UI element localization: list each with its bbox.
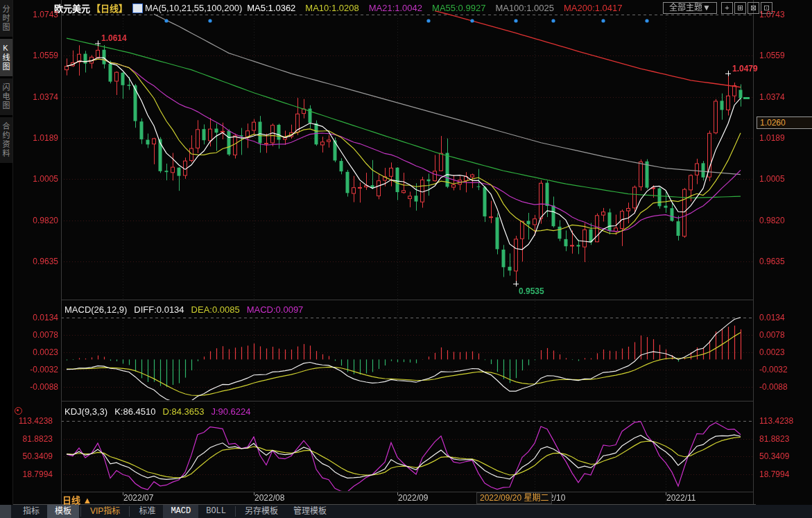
axis-label: 1.0189 <box>759 133 785 143</box>
axis-label: 1.0743 <box>759 10 785 19</box>
axis-label: -0.0088 <box>15 382 58 392</box>
move-icon[interactable]: + <box>721 2 733 14</box>
bottom-toolbar: 指标模板VIP指标标准MACDBOLL另存模板管理模板 <box>0 505 812 518</box>
pan-chart-icon[interactable]: ⊠ <box>748 2 759 14</box>
axis-label: 1.0189 <box>15 133 58 143</box>
axis-label: 0.9635 <box>759 257 785 266</box>
sidebar-tab-3[interactable]: 闪电图 <box>0 78 12 115</box>
fit-chart-icon[interactable]: ⊞ <box>734 2 746 14</box>
macd-diff-value: DIFF:0.0134 <box>134 304 184 315</box>
axis-label: 0.9820 <box>15 216 58 225</box>
ma-value-2: MA10:1.0208 <box>305 3 359 13</box>
period-tag: 【日线】 <box>92 1 128 15</box>
axis-label: 0.9820 <box>759 216 785 225</box>
kdj-pane-header: KDJ(9,3,3) K:86.4510 D:84.3653 J:90.6224 <box>64 406 251 417</box>
axis-label: 1.0743 <box>15 10 58 19</box>
toolbar-tab-8[interactable]: 管理模板 <box>286 505 334 518</box>
axis-label: -0.0088 <box>759 382 788 392</box>
axis-label: 1.0005 <box>15 174 58 184</box>
axis-label: 81.8823 <box>10 434 53 444</box>
ma-value-5: MA100:1.0025 <box>495 3 554 13</box>
kdj-settings-icon[interactable] <box>15 407 22 415</box>
axis-label: 113.4238 <box>759 416 793 426</box>
annotation-swing_high_2: 1.0479 <box>732 64 758 74</box>
axis-label: -0.0032 <box>15 365 58 374</box>
toolbar-tab-4[interactable]: 标准 <box>131 505 163 518</box>
axis-label: 0.0023 <box>15 347 58 357</box>
macd-pane-header: MACD(26,12,9) DIFF:0.0134 DEA:0.0085 MAC… <box>64 304 303 315</box>
axis-label: 113.4238 <box>10 416 53 426</box>
toolbar-tab-3[interactable]: VIP指标 <box>83 505 128 518</box>
chart-header: 欧元美元【日线】 MA(5,10,21,55,100,200) MA5:1.03… <box>54 1 623 15</box>
axis-label: 0.0134 <box>759 313 785 322</box>
toolbar-tab-7[interactable]: 另存模板 <box>237 505 286 518</box>
macd-dea-value: DEA:0.0085 <box>191 304 240 315</box>
axis-label: 81.8823 <box>759 434 789 444</box>
toolbar-grip[interactable] <box>0 505 11 518</box>
crosshair-date-tag: 2022/09/20 星期二 <box>476 492 552 504</box>
axis-label: 1.0374 <box>15 92 58 102</box>
annotation-swing_high_1: 1.0614 <box>101 33 127 43</box>
xaxis-month-label: 2022/11 <box>666 493 696 503</box>
axis-label: 50.3409 <box>10 451 53 461</box>
macd-title[interactable]: MACD(26,12,9) <box>64 304 127 315</box>
annotation-swing_low: 0.9535 <box>519 286 544 296</box>
kdj-title[interactable]: KDJ(9,3,3) <box>64 406 107 417</box>
axis-label: 18.7994 <box>10 469 53 479</box>
chart-canvas[interactable] <box>0 0 812 518</box>
ma-value-6: MA200:1.0417 <box>564 3 623 13</box>
xaxis-month-label: 2022/08 <box>254 493 284 503</box>
axis-label: 0.0023 <box>759 347 785 357</box>
axis-label: 1.0005 <box>759 174 785 184</box>
toolbar-tab-1[interactable]: 指标 <box>15 505 47 518</box>
toolbar-tab-6[interactable]: BOLL <box>198 505 234 518</box>
axis-label: 0.0078 <box>15 330 58 340</box>
symbol-title: 欧元美元 <box>54 1 90 15</box>
toolbar-separator <box>235 506 236 517</box>
trading-app-window: 分时图K线图闪电图合约资料 欧元美元【日线】 MA(5,10,21,55,100… <box>0 0 812 518</box>
toolbar-tab-5[interactable]: MACD <box>163 505 198 518</box>
sidebar-tab-1[interactable]: 分时图 <box>0 0 12 37</box>
axis-label: 0.9635 <box>15 257 58 266</box>
theme-dropdown-button[interactable]: 全部主题▼ <box>663 2 717 14</box>
toolbar-separator <box>80 506 81 517</box>
sidebar-tab-2[interactable]: K线图 <box>0 39 12 76</box>
ma-value-3: MA21:1.0042 <box>369 3 422 13</box>
crosshair-price-tag: 1.0260 <box>757 116 812 129</box>
axis-label: 1.0559 <box>759 51 785 60</box>
axis-label: 1.0559 <box>15 51 58 60</box>
axis-label: 0.0078 <box>759 330 785 340</box>
xaxis-month-label: 2022/07 <box>123 493 153 503</box>
ma-value-1: MA5:1.0362 <box>247 3 295 13</box>
kdj-j-value: J:90.6224 <box>211 406 250 417</box>
xaxis-month-label: 2022/09 <box>398 493 428 503</box>
sidebar-tab-4[interactable]: 合约资料 <box>0 117 12 163</box>
axis-label: 50.3409 <box>759 451 789 461</box>
toolbar-tab-2[interactable]: 模板 <box>47 505 79 518</box>
toolbar-separator <box>129 506 130 517</box>
macd-macd-value: MACD:0.0097 <box>247 304 304 315</box>
axis-label: -0.0032 <box>759 365 788 374</box>
ma-value-4: MA55:0.9927 <box>432 3 485 13</box>
axis-label: 0.0134 <box>15 313 58 322</box>
axis-label: 1.0374 <box>759 92 785 102</box>
ma-settings-label[interactable]: MA(5,10,21,55,100,200) <box>145 3 242 13</box>
indicator-icon[interactable] <box>132 3 143 13</box>
kdj-k-value: K:86.4510 <box>114 406 155 417</box>
ma-values: MA5:1.0362MA10:1.0208MA21:1.0042MA55:0.9… <box>247 3 622 13</box>
axis-label: 18.7994 <box>759 469 789 479</box>
kdj-d-value: D:84.3653 <box>162 406 204 417</box>
